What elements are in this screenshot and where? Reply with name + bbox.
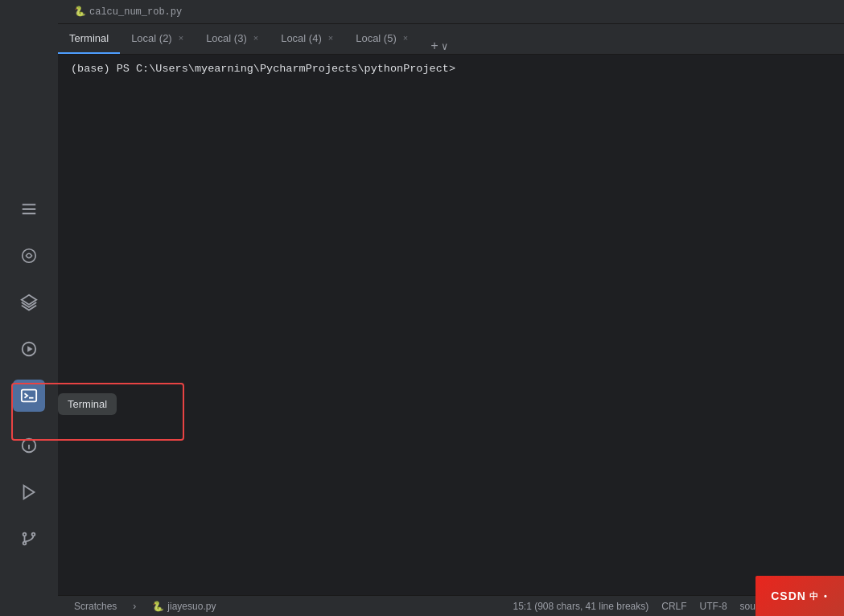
svg-marker-6 — [27, 346, 32, 351]
breadcrumb-separator: › — [133, 601, 136, 612]
tab-local3[interactable]: Local (3) × — [195, 23, 270, 54]
tab-local4-close[interactable]: × — [328, 33, 333, 43]
tab-local2-label: Local (2) — [131, 32, 172, 44]
csdn-sub: 中 • — [809, 590, 829, 602]
sidebar-icon-list[interactable] — [13, 193, 45, 225]
tab-local5[interactable]: Local (5) × — [344, 23, 419, 54]
scratches-label: Scratches — [74, 601, 117, 612]
terminal-content[interactable]: (base) PS C:\Users\myearning\PycharmProj… — [58, 55, 844, 595]
svg-marker-12 — [24, 486, 35, 499]
file-tab-icon: 🐍 — [74, 6, 86, 18]
sidebar-icon-play[interactable] — [13, 476, 45, 508]
status-cursor[interactable]: 15:1 (908 chars, 41 line breaks) — [507, 601, 656, 612]
status-line-ending[interactable]: CRLF — [655, 601, 693, 612]
tab-local2[interactable]: Local (2) × — [120, 23, 195, 54]
terminal-panel: Terminal Local (2) × Local (3) × Local (… — [58, 24, 844, 595]
status-scratches[interactable]: Scratches — [68, 601, 123, 612]
line-ending-label: CRLF — [661, 601, 686, 612]
tab-local3-label: Local (3) — [206, 32, 247, 44]
tab-terminal-label: Terminal — [69, 32, 109, 44]
tab-local5-close[interactable]: × — [403, 33, 408, 43]
sidebar-icon-layers[interactable] — [13, 286, 45, 318]
tab-terminal[interactable]: Terminal — [58, 23, 120, 54]
svg-rect-7 — [22, 390, 36, 402]
status-bar: Scratches › 🐍 jiayesuo.py 15:1 (908 char… — [58, 595, 844, 616]
sidebar-icon-info[interactable] — [13, 429, 45, 462]
chevron-icon: ∨ — [442, 40, 448, 53]
svg-point-3 — [23, 249, 36, 263]
main-area: 🐍 calcu_num_rob.py Terminal Local (2) × … — [58, 0, 844, 616]
tab-add-button[interactable]: + ∨ — [424, 39, 454, 54]
sidebar-icon-git[interactable] — [13, 523, 45, 555]
sidebar — [0, 0, 58, 616]
status-encoding[interactable]: UTF-8 — [694, 601, 734, 612]
file-python-icon: 🐍 — [152, 601, 164, 612]
csdn-badge: CSDN 中 • — [755, 576, 844, 616]
sidebar-icon-terminal[interactable] — [13, 380, 45, 412]
tab-local3-close[interactable]: × — [253, 33, 258, 43]
add-icon: + — [430, 39, 438, 54]
tab-local4-label: Local (4) — [281, 32, 322, 44]
file-tab-label: calcu_num_rob.py — [89, 6, 182, 18]
status-left: Scratches › 🐍 jiayesuo.py — [68, 601, 222, 612]
encoding-label: UTF-8 — [700, 601, 727, 612]
sidebar-icon-python[interactable] — [13, 240, 45, 272]
sidebar-icon-run[interactable] — [13, 333, 45, 365]
file-tab[interactable]: 🐍 calcu_num_rob.py — [66, 2, 190, 21]
tab-local5-label: Local (5) — [356, 32, 397, 44]
csdn-badge-text: CSDN 中 • — [771, 589, 829, 602]
tab-local2-close[interactable]: × — [179, 33, 183, 43]
status-file[interactable]: 🐍 jiayesuo.py — [146, 601, 222, 612]
svg-point-13 — [23, 533, 27, 536]
status-file-label: jiayesuo.py — [167, 601, 216, 612]
svg-point-14 — [32, 533, 35, 536]
terminal-tabs: Terminal Local (2) × Local (3) × Local (… — [58, 24, 844, 55]
cursor-position: 15:1 (908 chars, 41 line breaks) — [513, 601, 649, 612]
file-tab-bar: 🐍 calcu_num_rob.py — [58, 0, 844, 24]
tab-local4[interactable]: Local (4) × — [270, 23, 344, 54]
csdn-label: CSDN — [771, 589, 806, 602]
terminal-prompt: (base) PS C:\Users\myearning\PycharmProj… — [71, 63, 455, 75]
